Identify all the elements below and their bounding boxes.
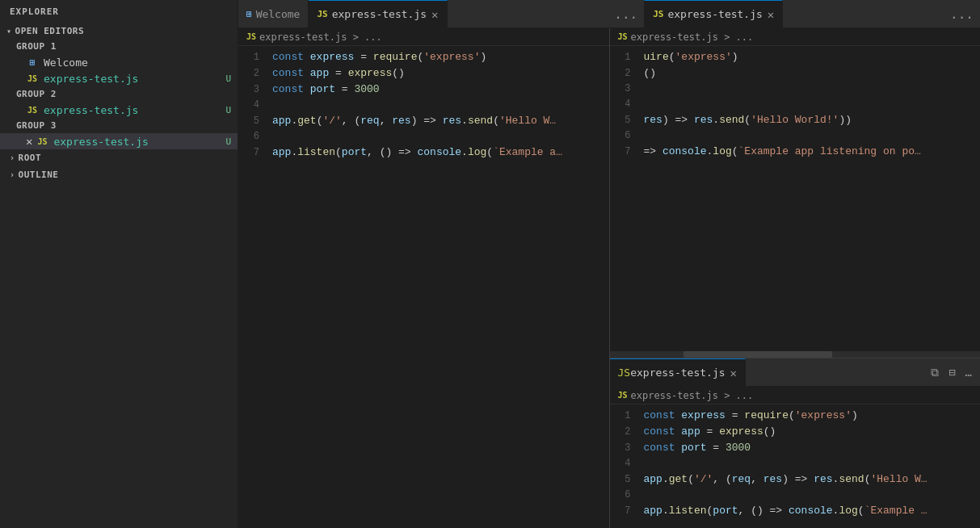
root-arrow: › bbox=[10, 153, 15, 162]
file-item-js-g3[interactable]: ✕ JS express-test.js U bbox=[0, 133, 238, 149]
js-file-icon-g2: JS bbox=[26, 103, 39, 116]
tab-js-icon-right-top: JS bbox=[653, 9, 663, 19]
tab-js-label-right-top: express-test.js bbox=[667, 8, 762, 20]
line-content[interactable]: app.get('/', (req, res) => res.send('Hel… bbox=[644, 471, 981, 487]
file-item-welcome-g1[interactable]: ⊞ Welcome bbox=[0, 54, 238, 70]
js-file-icon-g3: JS bbox=[36, 135, 48, 148]
file-badge-g1: U bbox=[225, 73, 231, 84]
file-name-js-g2: express-test.js bbox=[44, 104, 222, 116]
tab-js-label-left: express-test.js bbox=[332, 8, 427, 20]
line-content[interactable]: const port = 3000 bbox=[644, 440, 981, 455]
line-content[interactable]: => console.log(`Example app listening on… bbox=[644, 144, 981, 159]
line-number: 4 bbox=[610, 97, 644, 112]
table-row: 5app.get('/', (req, res) => res.send('He… bbox=[238, 113, 609, 129]
line-content[interactable]: const app = express() bbox=[272, 65, 609, 81]
line-content[interactable]: const port = 3000 bbox=[272, 82, 609, 97]
line-number: 5 bbox=[238, 114, 272, 129]
editors-split: JS express-test.js > ... 1const express … bbox=[238, 28, 980, 528]
table-row: 3 bbox=[610, 82, 981, 97]
outline-label: OUTLINE bbox=[19, 170, 59, 180]
line-content[interactable]: () bbox=[644, 65, 981, 81]
layout-icon[interactable]: ⊟ bbox=[945, 364, 958, 380]
right-bottom-code-area[interactable]: 1const express = require('express')2cons… bbox=[610, 404, 981, 528]
tab-express-right-bottom[interactable]: JS express-test.js ✕ bbox=[610, 358, 747, 387]
root-section[interactable]: › ROOT bbox=[0, 149, 238, 166]
line-content[interactable]: const express = require('express') bbox=[644, 408, 981, 423]
table-row: 6 bbox=[610, 488, 981, 503]
table-row: 6 bbox=[238, 129, 609, 145]
pane-tab-actions: ⧉ ⊟ … bbox=[927, 364, 980, 381]
line-number: 1 bbox=[610, 50, 644, 65]
tab-js-icon-left: JS bbox=[317, 9, 327, 19]
table-row: 4 bbox=[610, 97, 981, 112]
table-row: 7app.listen(port, () => console.log(`Exa… bbox=[238, 145, 609, 161]
tab-more-right-top[interactable]: ... bbox=[944, 6, 980, 22]
tab-more-left[interactable]: ... bbox=[608, 6, 644, 22]
table-row: 2const app = express() bbox=[610, 424, 981, 440]
split-editor-icon[interactable]: ⧉ bbox=[927, 364, 942, 381]
explorer-title: EXPLORER bbox=[0, 0, 238, 23]
line-number: 7 bbox=[610, 145, 644, 160]
table-row: 2const app = express() bbox=[238, 65, 609, 82]
tab-js-label-right-bottom: express-test.js bbox=[630, 367, 725, 379]
line-content[interactable]: res) => res.send('Hello World!')) bbox=[644, 112, 981, 128]
table-row: 4 bbox=[610, 456, 981, 471]
table-row: 5res) => res.send('Hello World!')) bbox=[610, 112, 981, 128]
table-row: 2() bbox=[610, 65, 981, 82]
line-number: 7 bbox=[238, 145, 272, 161]
tab-express-right-top[interactable]: JS express-test.js ✕ bbox=[644, 0, 783, 28]
line-number: 5 bbox=[610, 472, 644, 488]
line-content[interactable]: uire('express') bbox=[644, 49, 981, 65]
line-number: 5 bbox=[610, 113, 644, 128]
tab-close-right-top[interactable]: ✕ bbox=[768, 8, 774, 21]
line-content[interactable]: const express = require('express') bbox=[272, 49, 609, 65]
table-row: 7 => console.log(`Example app listening … bbox=[610, 144, 981, 160]
open-editors-label: OPEN EDITORS bbox=[15, 26, 84, 36]
left-code-area[interactable]: 1const express = require('express')2cons… bbox=[238, 46, 609, 528]
open-editors-section[interactable]: ▾ OPEN EDITORS bbox=[0, 23, 238, 39]
table-row: 1uire('express') bbox=[610, 49, 981, 65]
right-top-scrollbar[interactable] bbox=[610, 351, 981, 358]
line-number: 7 bbox=[610, 504, 644, 519]
tab-welcome[interactable]: ⊞ Welcome bbox=[238, 0, 309, 28]
line-number: 1 bbox=[610, 409, 644, 424]
file-badge-g3: U bbox=[225, 136, 231, 147]
line-content[interactable]: app.get('/', (req, res) => res.send('Hel… bbox=[272, 113, 609, 128]
line-number: 6 bbox=[610, 488, 644, 503]
table-row: 1const express = require('express') bbox=[238, 49, 609, 65]
table-row: 1const express = require('express') bbox=[610, 408, 981, 424]
tab-express-left[interactable]: JS express-test.js ✕ bbox=[309, 0, 447, 28]
root-label: ROOT bbox=[19, 153, 42, 163]
line-content[interactable]: app.listen(port, () => console.log(`Exam… bbox=[644, 503, 981, 518]
line-number: 3 bbox=[610, 441, 644, 456]
editor-pane-right: JS express-test.js > ... 1uire('express'… bbox=[610, 28, 981, 528]
right-top-bc-js-icon: JS bbox=[618, 32, 628, 41]
group-1-header: GROUP 1 bbox=[0, 39, 238, 54]
line-number: 3 bbox=[238, 82, 272, 98]
file-item-js-g2[interactable]: JS express-test.js U bbox=[0, 102, 238, 118]
line-content[interactable]: app.listen(port, () => console.log(`Exam… bbox=[272, 145, 609, 160]
right-bottom-bc-text: express-test.js > ... bbox=[631, 390, 754, 401]
right-bottom-tab-bar: JS express-test.js ✕ ⧉ ⊟ … bbox=[610, 358, 981, 387]
close-icon-g3[interactable]: ✕ bbox=[26, 135, 32, 148]
line-number: 4 bbox=[238, 98, 272, 113]
editor-pane-right-top: JS express-test.js > ... 1uire('express'… bbox=[610, 28, 981, 358]
file-item-js-g1[interactable]: JS express-test.js U bbox=[0, 70, 238, 86]
left-breadcrumb: JS express-test.js > ... bbox=[238, 28, 609, 46]
line-number: 2 bbox=[610, 66, 644, 82]
group-3-header: GROUP 3 bbox=[0, 118, 238, 133]
tab-close-right-bottom[interactable]: ✕ bbox=[730, 367, 737, 379]
right-top-code-area[interactable]: 1uire('express')2()345res) => res.send('… bbox=[610, 46, 981, 351]
editor-pane-left: JS express-test.js > ... 1const express … bbox=[238, 28, 610, 528]
file-badge-g2: U bbox=[225, 105, 231, 115]
line-number: 6 bbox=[610, 128, 644, 144]
line-number: 4 bbox=[610, 456, 644, 471]
line-content[interactable]: const app = express() bbox=[644, 424, 981, 439]
line-number: 6 bbox=[238, 129, 272, 145]
more-actions-icon[interactable]: … bbox=[962, 364, 975, 380]
tab-close-left[interactable]: ✕ bbox=[431, 8, 438, 21]
tab-welcome-label: Welcome bbox=[256, 8, 301, 20]
outline-section[interactable]: › OUTLINE bbox=[0, 166, 238, 183]
file-name-welcome: Welcome bbox=[44, 57, 231, 69]
left-breadcrumb-text: express-test.js > ... bbox=[259, 31, 382, 43]
